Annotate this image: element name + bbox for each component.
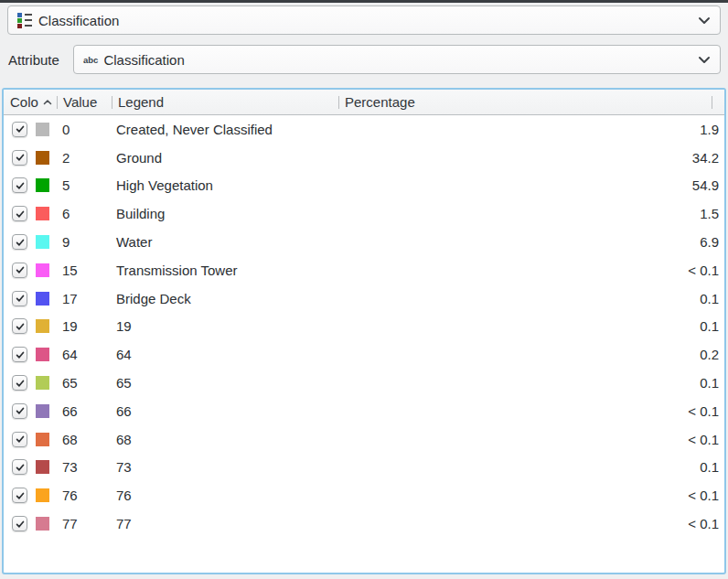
visibility-checkbox[interactable]: [12, 318, 27, 334]
color-swatch[interactable]: [36, 433, 49, 446]
table-row: 15 Transmission Tower < 0.1: [4, 256, 724, 284]
color-swatch[interactable]: [36, 348, 49, 361]
legend-cell[interactable]: 66: [112, 403, 338, 419]
legend-cell[interactable]: 68: [112, 432, 338, 447]
visibility-checkbox[interactable]: [12, 459, 27, 475]
color-swatch[interactable]: [36, 263, 49, 277]
table-body: 0 Created, Never Classified 1.9 2 Ground…: [4, 115, 724, 538]
color-cell: [4, 459, 57, 475]
value-cell[interactable]: 0: [57, 122, 112, 137]
table-header-row: Colo Value Legend Percentage: [4, 90, 724, 115]
color-swatch[interactable]: [36, 123, 49, 136]
percentage-cell: < 0.1: [338, 432, 724, 447]
value-cell[interactable]: 15: [57, 263, 112, 278]
column-header-color[interactable]: Colo: [4, 90, 57, 114]
check-icon: [15, 405, 26, 416]
percentage-cell: < 0.1: [338, 488, 724, 503]
color-cell: [4, 432, 57, 447]
value-cell[interactable]: 68: [57, 432, 112, 447]
value-cell[interactable]: 19: [57, 318, 112, 334]
check-icon: [15, 519, 26, 530]
value-cell[interactable]: 5: [57, 177, 112, 193]
legend-cell[interactable]: 76: [112, 488, 338, 503]
percentage-cell: 0.2: [338, 347, 724, 362]
visibility-checkbox[interactable]: [12, 263, 27, 278]
value-cell[interactable]: 65: [57, 375, 112, 391]
color-cell: [4, 234, 57, 250]
value-cell[interactable]: 17: [57, 291, 112, 306]
legend-cell[interactable]: Bridge Deck: [112, 291, 338, 306]
column-header-legend[interactable]: Legend: [112, 90, 338, 114]
attribute-label: Attribute: [8, 45, 59, 74]
column-header-percentage-label: Percentage: [345, 94, 415, 110]
check-icon: [15, 209, 26, 220]
check-icon: [15, 490, 26, 501]
legend-cell[interactable]: 77: [112, 516, 338, 531]
classification-table: Colo Value Legend Percentage 0 Created, …: [2, 88, 726, 574]
legend-cell[interactable]: 64: [112, 347, 338, 362]
table-row: 66 66 < 0.1: [4, 397, 724, 425]
color-cell: [4, 318, 57, 334]
color-swatch[interactable]: [36, 460, 49, 474]
legend-cell[interactable]: 19: [112, 318, 338, 334]
color-swatch[interactable]: [36, 517, 49, 531]
visibility-checkbox[interactable]: [12, 206, 27, 221]
visibility-checkbox[interactable]: [12, 488, 27, 503]
value-cell[interactable]: 64: [57, 347, 112, 362]
color-swatch[interactable]: [36, 207, 49, 220]
color-swatch[interactable]: [36, 319, 49, 333]
percentage-cell: 0.1: [338, 291, 724, 306]
visibility-checkbox[interactable]: [12, 403, 27, 419]
color-cell: [4, 375, 57, 391]
color-swatch[interactable]: [36, 376, 49, 390]
legend-cell[interactable]: Transmission Tower: [112, 263, 338, 278]
visibility-checkbox[interactable]: [12, 347, 27, 362]
column-header-color-label: Colo: [10, 94, 38, 110]
value-cell[interactable]: 6: [57, 206, 112, 221]
value-cell[interactable]: 76: [57, 488, 112, 503]
legend-cell[interactable]: 73: [112, 459, 338, 475]
color-swatch[interactable]: [36, 178, 49, 192]
check-icon: [15, 180, 26, 191]
check-icon: [15, 293, 26, 304]
column-header-percentage[interactable]: Percentage: [338, 90, 724, 114]
visibility-checkbox[interactable]: [12, 122, 27, 137]
color-swatch[interactable]: [36, 404, 49, 418]
value-cell[interactable]: 73: [57, 459, 112, 475]
color-cell: [4, 347, 57, 362]
legend-cell[interactable]: 65: [112, 375, 338, 391]
color-swatch[interactable]: [36, 488, 49, 502]
value-cell[interactable]: 66: [57, 403, 112, 419]
attribute-combobox[interactable]: abc Classification: [73, 45, 721, 74]
visibility-checkbox[interactable]: [12, 234, 27, 250]
table-row: 68 68 < 0.1: [4, 425, 724, 454]
visibility-checkbox[interactable]: [12, 150, 27, 166]
visibility-checkbox[interactable]: [12, 177, 27, 193]
value-cell[interactable]: 77: [57, 516, 112, 531]
table-row: 19 19 0.1: [4, 313, 724, 341]
legend-cell[interactable]: High Vegetation: [112, 177, 338, 193]
table-row: 76 76 < 0.1: [4, 481, 724, 509]
percentage-cell: 34.2: [338, 150, 724, 166]
visibility-checkbox[interactable]: [12, 516, 27, 531]
color-swatch[interactable]: [36, 151, 49, 165]
value-cell[interactable]: 2: [57, 150, 112, 166]
legend-cell[interactable]: Created, Never Classified: [112, 122, 338, 137]
percentage-cell: 1.5: [338, 206, 724, 221]
column-header-value[interactable]: Value: [57, 90, 112, 114]
legend-cell[interactable]: Water: [112, 234, 338, 250]
top-panel-edge: [0, 0, 728, 3]
percentage-cell: < 0.1: [338, 516, 724, 531]
visibility-checkbox[interactable]: [12, 375, 27, 391]
table-row: 64 64 0.2: [4, 340, 724, 369]
percentage-cell: 0.1: [338, 459, 724, 475]
legend-cell[interactable]: Ground: [112, 150, 338, 166]
value-cell[interactable]: 9: [57, 234, 112, 250]
visibility-checkbox[interactable]: [12, 432, 27, 447]
legend-cell[interactable]: Building: [112, 206, 338, 221]
renderer-combobox[interactable]: Classification: [7, 5, 721, 35]
color-swatch[interactable]: [36, 292, 49, 306]
visibility-checkbox[interactable]: [12, 291, 27, 306]
check-icon: [15, 434, 26, 445]
color-swatch[interactable]: [36, 235, 49, 249]
